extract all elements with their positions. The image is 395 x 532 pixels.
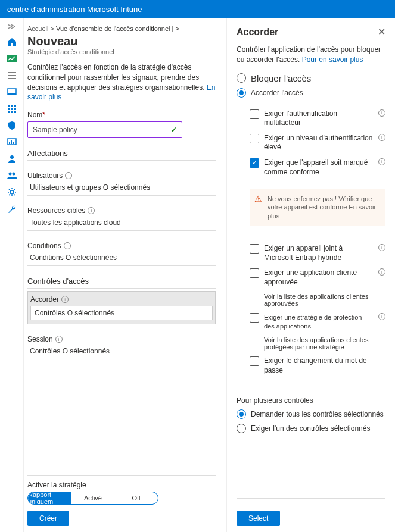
checkbox-icon[interactable] [250, 158, 259, 168]
svg-rect-2 [8, 93, 16, 95]
toggle-report-only[interactable]: Rapport uniquem [28, 492, 71, 504]
tenant-admin-icon[interactable] [7, 187, 17, 198]
breadcrumb[interactable]: Accueil > Vue d'ensemble de l'accès cond… [27, 25, 216, 32]
checkbox-icon[interactable] [250, 313, 259, 323]
name-input[interactable]: Sample policy ✓ [27, 121, 182, 138]
svg-rect-5 [14, 105, 16, 107]
info-icon[interactable]: i [378, 244, 385, 251]
radio-icon[interactable] [237, 88, 246, 98]
close-icon[interactable]: ✕ [378, 26, 385, 37]
all-services-icon[interactable] [7, 70, 17, 81]
checkbox-icon[interactable] [250, 356, 259, 366]
protected-apps-link[interactable]: Voir la liste des applications clientes … [264, 336, 385, 351]
policy-pane: Accueil > Vue d'ensemble de l'accès cond… [24, 18, 226, 532]
approved-apps-link[interactable]: Voir la liste des applications clientes … [264, 293, 385, 307]
check-hybrid-joined[interactable]: Exiger un appareil joint à Microsoft Ent… [250, 244, 385, 262]
radio-icon[interactable] [237, 409, 246, 419]
info-icon[interactable]: i [378, 268, 385, 276]
svg-point-17 [8, 173, 11, 176]
toggle-off[interactable]: Off [114, 492, 158, 504]
info-icon[interactable]: i [378, 109, 385, 117]
check-mfa[interactable]: Exiger l'authentification multifacteur i [250, 109, 385, 128]
allow-label: Accorder l'accès [251, 89, 303, 97]
info-icon[interactable]: i [64, 242, 71, 249]
assignments-heading: Affectations [27, 149, 216, 161]
session-value[interactable]: Contrôles O sélectionnés [27, 346, 216, 356]
troubleshoot-icon[interactable] [7, 204, 17, 214]
endpoint-security-icon[interactable] [7, 120, 17, 131]
app-title: centre d'administration Microsoft Intune [7, 5, 142, 14]
info-icon[interactable]: i [378, 158, 385, 165]
check-auth-strength[interactable]: Exiger un niveau d'authentification élev… [250, 134, 385, 152]
radio-allow[interactable]: Accorder l'accès [237, 88, 385, 98]
svg-rect-9 [8, 111, 10, 113]
radio-block[interactable]: Bloquer l'accès [237, 73, 385, 83]
checkbox-icon[interactable] [250, 134, 259, 143]
dashboard-icon[interactable] [7, 54, 17, 64]
svg-rect-8 [14, 108, 16, 110]
svg-rect-6 [8, 108, 10, 110]
radio-icon[interactable] [237, 73, 246, 83]
check-icon: ✓ [171, 126, 177, 134]
intro-text: Contrôlez l'accès en fonction de la stra… [27, 62, 216, 102]
grant-learn-more-link[interactable]: Pour en savoir plus [302, 55, 363, 64]
svg-rect-15 [13, 142, 14, 144]
svg-rect-3 [8, 105, 10, 107]
check-password-change[interactable]: Exiger le changement du mot de passe [250, 356, 385, 375]
select-button[interactable]: Select [237, 511, 280, 526]
apps-icon[interactable] [7, 104, 17, 114]
svg-rect-11 [14, 111, 16, 113]
info-icon[interactable]: i [55, 336, 63, 343]
radio-icon[interactable] [237, 424, 246, 433]
grant-panel: Accorder ✕ Contrôler l'application de l'… [226, 18, 395, 532]
toggle-on[interactable]: Activé [71, 492, 115, 504]
radio-require-all[interactable]: Demander tous les contrôles sélectionnés [237, 409, 385, 419]
enable-policy-toggle[interactable]: Rapport uniquem Activé Off [27, 492, 158, 505]
check-protection-policy[interactable]: Exiger une stratégie de protection des a… [250, 313, 385, 330]
info-icon[interactable]: i [378, 313, 385, 320]
users-label[interactable]: Utilisateursi [27, 171, 216, 180]
check-approved-app[interactable]: Exiger une application cliente approuvée… [250, 268, 385, 287]
page-subtitle: Stratégie d'accès conditionnel [27, 48, 216, 55]
breadcrumb-overview[interactable]: Vue d'ensemble de l'accès conditionnel |… [56, 25, 179, 32]
svg-rect-7 [11, 108, 13, 110]
checkbox-icon[interactable] [250, 109, 259, 119]
top-bar: centre d'administration Microsoft Intune [0, 0, 395, 18]
bottom-bar: Activer la stratégie Rapport uniquem Act… [27, 475, 216, 526]
conditions-label[interactable]: Conditionsi [27, 242, 216, 250]
svg-rect-13 [9, 142, 10, 144]
collapse-rail-icon[interactable]: ≫ [7, 21, 16, 31]
session-label[interactable]: Sessioni [27, 335, 216, 343]
nav-rail: ≫ [0, 18, 24, 532]
breadcrumb-home[interactable]: Accueil > [27, 25, 54, 32]
checkbox-icon[interactable] [250, 244, 259, 254]
devices-icon[interactable] [7, 87, 17, 98]
conditions-value[interactable]: Conditions O sélectionnées [27, 252, 216, 263]
svg-point-16 [10, 155, 14, 159]
svg-rect-14 [11, 140, 12, 144]
info-icon[interactable]: i [65, 172, 72, 179]
grant-row[interactable]: Accorderi Contrôles O sélectionnés [27, 291, 216, 324]
warning-box: Ne vous enfermez pas ! Vérifier que votr… [250, 189, 385, 226]
enable-policy-label: Activer la stratégie [27, 481, 216, 489]
home-icon[interactable] [7, 37, 17, 48]
radio-require-one[interactable]: Exiger l'un des contrôles sélectionnés [237, 424, 385, 433]
info-icon[interactable]: i [378, 134, 385, 141]
targets-label[interactable]: Ressources ciblesi [27, 206, 216, 215]
checkbox-icon[interactable] [250, 268, 259, 278]
grant-desc: Contrôler l'application de l'accès pour … [237, 45, 385, 65]
info-icon[interactable]: i [88, 207, 95, 214]
reports-icon[interactable] [7, 137, 17, 148]
svg-rect-10 [11, 111, 13, 113]
multi-controls-heading: Pour plusieurs contrôles [237, 396, 385, 405]
targets-value[interactable]: Toutes les applications cloud [27, 217, 216, 228]
groups-icon[interactable] [7, 170, 17, 181]
create-button[interactable]: Créer [27, 511, 69, 526]
name-value: Sample policy [33, 126, 77, 134]
check-compliant[interactable]: Exiger que l'appareil soit marqué comme … [250, 158, 385, 177]
users-value[interactable]: Utilisateurs et groupes O sélectionnés [27, 182, 216, 193]
users-icon[interactable] [7, 154, 17, 164]
info-icon[interactable]: i [61, 296, 69, 303]
svg-rect-4 [11, 105, 13, 107]
svg-point-19 [10, 190, 14, 194]
